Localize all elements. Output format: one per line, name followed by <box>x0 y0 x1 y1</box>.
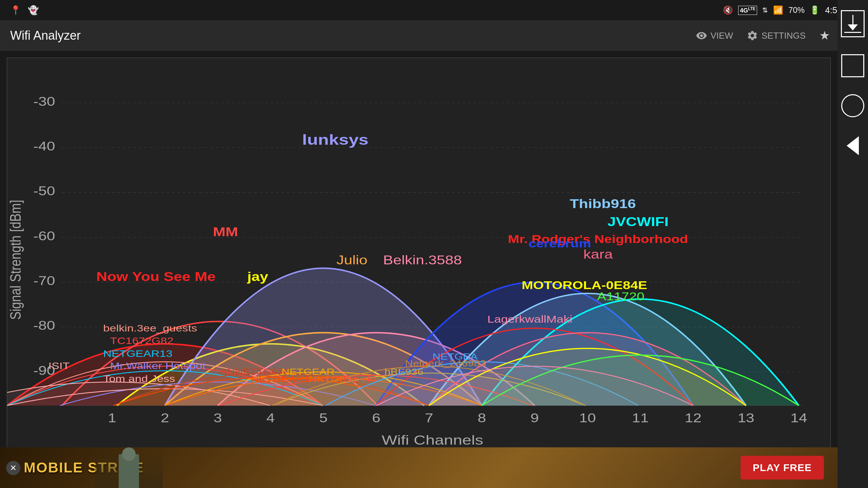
play-free-button[interactable]: PLAY FREE <box>741 456 824 480</box>
svg-text:6: 6 <box>372 411 380 425</box>
favorite-button[interactable]: ★ <box>819 28 830 43</box>
svg-text:1: 1 <box>108 411 116 425</box>
right-nav <box>837 0 868 488</box>
ad-image <box>95 447 163 488</box>
back-button[interactable] <box>841 134 864 157</box>
location-icon: 📍 <box>10 5 21 16</box>
svg-text:Tom and Jess: Tom and Jess <box>103 373 175 384</box>
svg-text:-80: -80 <box>33 319 55 332</box>
svg-text:kara: kara <box>584 247 613 261</box>
svg-text:7: 7 <box>425 411 433 425</box>
download-button[interactable] <box>841 10 865 37</box>
svg-text:-30: -30 <box>33 94 55 108</box>
svg-text:14: 14 <box>790 411 807 425</box>
snapchat-icon: 👻 <box>28 5 39 16</box>
status-bar: 📍 👻 🔇 4GLTE ⇅ 📶 70% 🔋 4:56 PM <box>0 0 868 20</box>
svg-text:MOTOROLA-0E84E: MOTOROLA-0E84E <box>522 279 647 291</box>
battery-icon: 🔋 <box>810 5 820 15</box>
battery-percent: 70% <box>788 5 805 15</box>
svg-text:12: 12 <box>685 411 702 425</box>
data-transfer-icon: ⇅ <box>762 6 768 14</box>
view-button[interactable]: VIEW <box>696 30 733 41</box>
svg-text:belkin.3ee_guests: belkin.3ee_guests <box>103 323 197 333</box>
svg-text:Mr.Walker Hotspot: Mr.Walker Hotspot <box>110 361 206 371</box>
svg-text:-50: -50 <box>33 184 55 198</box>
svg-text:Now You See Me: Now You See Me <box>96 270 216 284</box>
svg-text:NKTGE: NKTGE <box>309 374 347 384</box>
svg-text:Belkin.3588: Belkin.3588 <box>383 253 462 267</box>
main-content: -30 -40 -50 -60 -70 -80 -90 1 2 3 4 5 6 … <box>0 51 837 458</box>
svg-text:Wifi Channels: Wifi Channels <box>382 433 484 448</box>
chart-container: -30 -40 -50 -60 -70 -80 -90 1 2 3 4 5 6 … <box>7 58 831 451</box>
signal-bars-icon: 📶 <box>773 5 783 15</box>
mute-icon: 🔇 <box>723 5 733 15</box>
wifi-channel-chart: -30 -40 -50 -60 -70 -80 -90 1 2 3 4 5 6 … <box>7 58 830 450</box>
svg-text:cerebrum: cerebrum <box>529 238 591 250</box>
svg-text:the-Ho: the-Ho <box>343 374 376 384</box>
4g-icon: 4GLTE <box>738 6 757 15</box>
svg-text:10: 10 <box>579 411 596 425</box>
svg-text:Thibb916: Thibb916 <box>570 197 636 211</box>
svg-text:NETGEAR13: NETGEAR13 <box>103 348 172 359</box>
svg-text:JVCWIFI: JVCWIFI <box>607 215 668 229</box>
close-ad-button[interactable]: ✕ <box>6 461 20 475</box>
ad-banner: ✕ MOBILE STRIKE PLAY FREE <box>0 447 837 488</box>
view-label: VIEW <box>711 30 733 41</box>
svg-text:Signal Strength [dBm]: Signal Strength [dBm] <box>7 200 24 320</box>
svg-text:ISIT: ISIT <box>48 361 70 371</box>
svg-text:9: 9 <box>531 411 539 425</box>
svg-text:11: 11 <box>632 411 649 425</box>
app-title: Wifi Analyzer <box>10 28 682 43</box>
home-button[interactable] <box>841 94 864 117</box>
svg-text:NETGEA: NETGEA <box>432 351 477 362</box>
svg-text:2: 2 <box>161 411 169 425</box>
svg-text:MM: MM <box>213 225 238 239</box>
svg-text:LagerkwallMaki: LagerkwallMaki <box>487 313 572 325</box>
svg-text:TC1672G82: TC1672G82 <box>110 336 174 346</box>
svg-text:Julio: Julio <box>336 253 368 267</box>
svg-text:13: 13 <box>737 411 754 425</box>
status-left-icons: 📍 👻 <box>10 5 39 16</box>
settings-button[interactable]: SETTINGS <box>747 30 806 41</box>
svg-text:-60: -60 <box>33 229 55 243</box>
settings-label: SETTINGS <box>762 30 806 41</box>
svg-text:4: 4 <box>267 411 275 425</box>
app-bar-actions: VIEW SETTINGS ★ ⋮ <box>696 28 858 43</box>
svg-text:-40: -40 <box>33 139 55 153</box>
svg-text:jay: jay <box>247 270 268 284</box>
svg-text:5: 5 <box>319 411 328 425</box>
svg-text:8: 8 <box>478 411 486 425</box>
svg-text:3: 3 <box>214 411 222 425</box>
app-bar: Wifi Analyzer VIEW SETTINGS ★ ⋮ <box>0 20 868 51</box>
svg-text:A11720: A11720 <box>597 290 644 303</box>
window-button[interactable] <box>841 54 864 77</box>
svg-text:-70: -70 <box>33 274 55 288</box>
svg-text:lunksys: lunksys <box>302 132 369 148</box>
